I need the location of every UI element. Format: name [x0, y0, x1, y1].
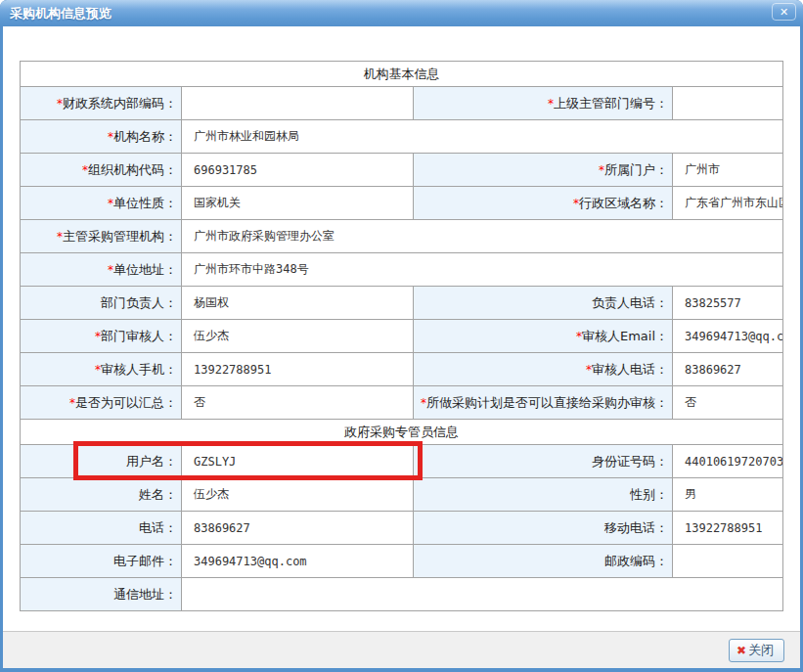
field-value: GZSLYJ: [194, 455, 236, 469]
field-value-cell: 男: [673, 478, 783, 512]
field-value-cell: 349694713@qq.com: [182, 545, 414, 578]
dialog-footer: ✖关闭: [3, 631, 800, 668]
field-value: 440106197207030918: [685, 455, 783, 469]
field-label: 单位地址：: [113, 262, 177, 277]
table-row: 通信地址：: [21, 578, 783, 611]
field-value-cell: 伍少杰: [182, 478, 414, 512]
field-label-cell: *所做采购计划是否可以直接给采购办审核：: [414, 386, 673, 420]
table-row: 姓名： 伍少杰 性别： 男: [21, 478, 783, 512]
field-label: 邮政编码：: [604, 554, 668, 568]
field-label-cell: 通信地址：: [21, 578, 182, 611]
field-value-cell: 广州市: [673, 154, 783, 187]
table-row: *机构名称： 广州市林业和园林局: [21, 120, 783, 154]
field-label: 单位性质：: [113, 196, 177, 210]
field-label: 所做采购计划是否可以直接给采购办审核：: [426, 395, 668, 410]
field-value: 广州市环市中路348号: [194, 262, 309, 276]
field-label: 所属门户：: [604, 162, 668, 177]
field-label: 组织机构代码：: [88, 162, 177, 177]
field-value-cell: 349694713@qq.com: [673, 320, 783, 353]
field-label-cell: 身份证号码：: [414, 445, 673, 478]
field-value: 广州市林业和园林局: [194, 129, 299, 143]
field-label: 部门审核人：: [101, 329, 177, 343]
field-label-cell: *上级主管部门编号：: [414, 87, 673, 120]
close-button-label: 关闭: [748, 643, 774, 657]
field-label-cell: *财政系统内部编码：: [21, 87, 182, 120]
close-icon[interactable]: ✕: [772, 3, 796, 21]
field-label: 审核人手机：: [101, 362, 177, 377]
table-row: 电话： 83869627 移动电话： 13922788951: [21, 512, 783, 545]
field-label: 电子邮件：: [113, 554, 177, 568]
field-label: 部门负责人：: [101, 295, 177, 310]
section-title-basic-info: 机构基本信息: [21, 62, 783, 87]
field-label: 负责人电话：: [592, 295, 668, 310]
field-label-cell: *是否为可以汇总：: [21, 386, 182, 420]
field-value: 伍少杰: [194, 329, 229, 342]
field-value-cell: 广东省广州市东山区: [673, 187, 783, 220]
field-value-cell: [182, 578, 783, 611]
field-label: 审核人电话：: [592, 362, 668, 377]
field-value: 广州市政府采购管理办公室: [194, 229, 335, 243]
field-label: 性别：: [630, 487, 668, 502]
table-row: *是否为可以汇总： 否 *所做采购计划是否可以直接给采购办审核： 否: [21, 386, 783, 420]
dialog-window: 采购机构信息预览 ✕ 机构基本信息 *财政系统内部编码： *上级主管部门编号： …: [0, 0, 803, 672]
field-label-cell: *组织机构代码：: [21, 154, 182, 187]
field-value-cell: 83825577: [673, 287, 783, 320]
table-row: *审核人手机： 13922788951 *审核人电话： 83869627: [21, 353, 783, 386]
field-label-cell: *所属门户：: [414, 154, 673, 187]
field-label-cell: *机构名称：: [21, 120, 182, 154]
field-value: 696931785: [194, 163, 257, 177]
section-header-row: 机构基本信息: [21, 62, 783, 87]
table-row: *单位性质： 国家机关 *行政区域名称： 广东省广州市东山区: [21, 187, 783, 220]
field-value-cell: 广州市林业和园林局: [182, 120, 783, 154]
field-label-cell: 负责人电话：: [414, 287, 673, 320]
field-value-cell: 广州市环市中路348号: [182, 253, 783, 287]
field-value-cell: [673, 545, 783, 578]
close-x-icon: ✖: [736, 644, 746, 657]
table-row-username: 用户名： GZSLYJ 身份证号码： 440106197207030918: [21, 445, 783, 478]
field-value-cell: GZSLYJ: [182, 445, 414, 478]
field-value: 国家机关: [194, 196, 241, 209]
field-label: 电话：: [139, 520, 177, 535]
field-label: 移动电话：: [604, 520, 668, 535]
field-label-cell: *行政区域名称：: [414, 187, 673, 220]
field-label: 主管采购管理机构：: [63, 229, 177, 244]
field-label: 用户名：: [126, 454, 177, 469]
field-label: 财政系统内部编码：: [63, 96, 177, 111]
field-label: 身份证号码：: [592, 454, 668, 469]
field-label-cell: 用户名：: [21, 445, 182, 478]
dialog-title: 采购机构信息预览: [0, 0, 112, 22]
field-value-cell: 伍少杰: [182, 320, 414, 353]
field-value-cell: 13922788951: [673, 512, 783, 545]
section-title-specialist-info: 政府采购专管员信息: [21, 420, 783, 445]
field-value-cell: 696931785: [182, 154, 414, 187]
field-value: 否: [685, 395, 696, 409]
field-value-cell: 440106197207030918: [673, 445, 783, 478]
table-row: *部门审核人： 伍少杰 *审核人Email： 349694713@qq.com: [21, 320, 783, 353]
field-label-cell: 性别：: [414, 478, 673, 512]
field-value-cell: 杨国权: [182, 287, 414, 320]
table-row: *财政系统内部编码： *上级主管部门编号：: [21, 87, 783, 120]
close-button[interactable]: ✖关闭: [729, 639, 784, 662]
table-row: *组织机构代码： 696931785 *所属门户： 广州市: [21, 154, 783, 187]
field-label: 上级主管部门编号：: [554, 96, 668, 111]
field-value-cell: 否: [182, 386, 414, 420]
field-label-cell: 移动电话：: [414, 512, 673, 545]
field-value-cell: [182, 87, 414, 120]
field-value: 伍少杰: [194, 487, 229, 501]
field-label-cell: 电话：: [21, 512, 182, 545]
field-label-cell: 部门负责人：: [21, 287, 182, 320]
field-label-cell: *单位地址：: [21, 253, 182, 287]
field-value: 杨国权: [194, 295, 229, 309]
table-row: *主管采购管理机构： 广州市政府采购管理办公室: [21, 220, 783, 253]
field-value: 349694713@qq.com: [194, 555, 307, 568]
field-label: 机构名称：: [113, 129, 177, 144]
field-label: 审核人Email：: [582, 329, 668, 343]
dialog-titlebar: 采购机构信息预览 ✕: [0, 0, 803, 26]
field-label-cell: 邮政编码：: [414, 545, 673, 578]
field-value-cell: 国家机关: [182, 187, 414, 220]
org-info-table: 机构基本信息 *财政系统内部编码： *上级主管部门编号： *机构名称： 广州市林…: [20, 61, 783, 611]
field-label-cell: 姓名：: [21, 478, 182, 512]
field-value-cell: 否: [673, 386, 783, 420]
field-value: 83869627: [685, 363, 741, 377]
field-label: 通信地址：: [113, 587, 177, 602]
